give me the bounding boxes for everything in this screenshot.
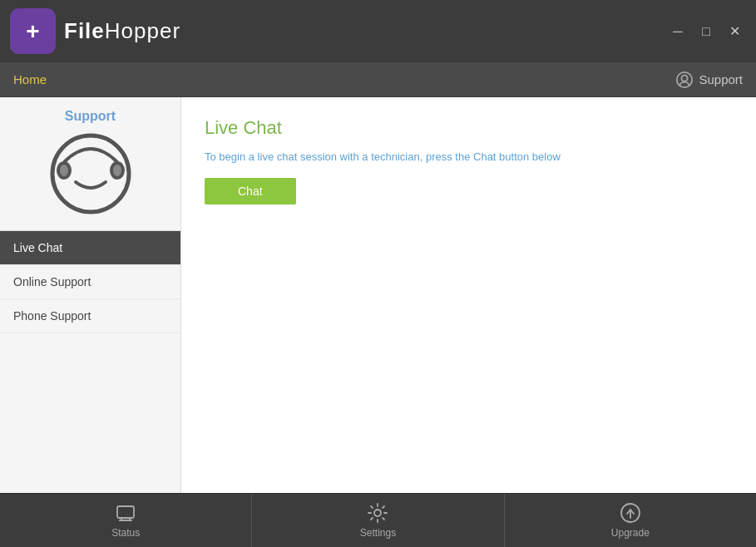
main-area: Support Live Chat Online Support Phone S… — [0, 97, 756, 493]
svg-rect-7 — [117, 506, 134, 518]
svg-point-4 — [60, 165, 68, 176]
sidebar: Support Live Chat Online Support Phone S… — [0, 97, 181, 493]
status-label: Status — [111, 527, 140, 539]
support-avatar — [49, 132, 132, 215]
svg-point-1 — [682, 75, 688, 81]
upgrade-icon — [620, 502, 641, 524]
sidebar-title: Support — [65, 109, 116, 124]
content-description: To begin a live chat session with a tech… — [205, 150, 733, 163]
settings-label: Settings — [360, 527, 396, 539]
upgrade-label: Upgrade — [611, 527, 650, 539]
maximize-button[interactable]: □ — [694, 20, 718, 43]
sidebar-nav: Live Chat Online Support Phone Support — [0, 231, 180, 333]
support-link[interactable]: Support — [675, 71, 743, 89]
minimize-button[interactable]: ─ — [666, 20, 689, 43]
close-button[interactable]: ✕ — [723, 20, 746, 43]
sidebar-item-online-support[interactable]: Online Support — [0, 265, 180, 299]
svg-point-10 — [374, 510, 381, 516]
window-controls: ─ □ ✕ — [666, 20, 746, 43]
sidebar-item-phone-support[interactable]: Phone Support — [0, 299, 180, 333]
sidebar-header: Support — [0, 97, 180, 231]
app-name: FileHopper — [64, 18, 180, 44]
title-bar: + FileHopper ─ □ ✕ — [0, 0, 756, 62]
chat-button[interactable]: Chat — [205, 178, 296, 205]
home-link[interactable]: Home — [13, 72, 47, 86]
settings-icon — [367, 502, 388, 524]
svg-point-6 — [113, 165, 121, 176]
bottom-bar: Status Settings Upgrade — [0, 493, 756, 547]
content-title: Live Chat — [205, 117, 733, 139]
support-icon — [675, 71, 694, 89]
support-label: Support — [699, 72, 743, 86]
nav-bar: Home Support — [0, 62, 756, 97]
svg-point-0 — [677, 71, 692, 86]
logo-symbol: + — [26, 18, 39, 45]
app-logo: + — [10, 8, 56, 54]
content-panel: Live Chat To begin a live chat session w… — [181, 97, 756, 493]
status-button[interactable]: Status — [0, 494, 252, 547]
status-icon — [115, 502, 136, 524]
sidebar-item-live-chat[interactable]: Live Chat — [0, 231, 180, 265]
settings-button[interactable]: Settings — [252, 494, 504, 547]
upgrade-button[interactable]: Upgrade — [505, 494, 756, 547]
